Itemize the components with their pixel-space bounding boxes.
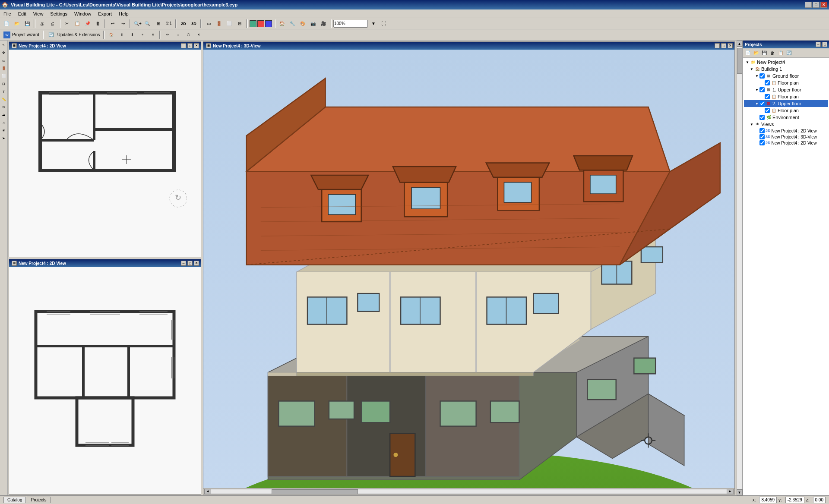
updates-label[interactable]: Updates & Extensions xyxy=(57,32,100,37)
window-tool[interactable]: ⬜ xyxy=(0,72,7,79)
undo-button[interactable]: ↩ xyxy=(108,19,117,28)
tree-item-upperfloor1[interactable]: ▼ ⊞ 1. Upper floor xyxy=(744,86,828,93)
projects-tab[interactable]: Projects xyxy=(27,497,50,503)
window-button[interactable]: ⬜ xyxy=(225,19,234,28)
floor-btn-1[interactable]: 🏠 xyxy=(107,30,116,40)
new-button[interactable]: 📄 xyxy=(2,19,11,28)
tree-item-views[interactable]: ▼ 👁 Views xyxy=(744,121,828,128)
tree-check-uf1[interactable] xyxy=(759,87,765,92)
material1-button[interactable]: 🏠 xyxy=(277,19,287,28)
tree-check-env[interactable] xyxy=(759,115,765,120)
tree-item-groundfloor[interactable]: ▼ ⊞ Ground floor xyxy=(744,72,828,79)
project-delete-button[interactable]: 🗑 xyxy=(769,49,776,57)
project-new-button[interactable]: 📄 xyxy=(744,49,752,57)
tree-item-uf1-plan[interactable]: ▶ 📋 Floor plan xyxy=(744,93,828,100)
paste-button[interactable]: 📌 xyxy=(83,19,92,28)
floor-btn-4[interactable]: + xyxy=(138,30,147,40)
floorplan-upper[interactable]: ↻ xyxy=(9,50,201,257)
menu-file[interactable]: File xyxy=(2,10,13,17)
panel-2-close-button[interactable]: ✕ xyxy=(194,261,199,266)
stair-button[interactable]: ⊟ xyxy=(235,19,244,28)
panel-2d-upper-content[interactable]: ↻ xyxy=(9,50,201,257)
tree-item-view3d-1[interactable]: ▶ 3D New Project4 : 3D-View xyxy=(744,134,828,140)
terrain-tool[interactable]: ⛰ xyxy=(0,111,7,118)
tree-item-view2d-1[interactable]: ▶ 2D New Project4 : 2D View xyxy=(744,128,828,134)
text-tool[interactable]: T xyxy=(0,88,7,95)
menu-edit[interactable]: Edit xyxy=(16,10,28,17)
cut-button[interactable]: ✂ xyxy=(62,19,72,28)
wall-button[interactable]: ▭ xyxy=(204,19,213,28)
tree-check-uf2-plan[interactable] xyxy=(765,108,770,113)
render-tool[interactable]: ☀ xyxy=(0,127,7,134)
delete-button[interactable]: 🗑 xyxy=(93,19,103,28)
panel-close-button[interactable]: ✕ xyxy=(194,43,199,48)
minimize-button[interactable]: ─ xyxy=(805,2,812,8)
tree-expand-uf2[interactable]: ▼ xyxy=(754,101,759,106)
menu-view[interactable]: View xyxy=(32,10,45,17)
view2d-button[interactable]: 2D xyxy=(179,19,188,28)
zoom-dropdown-button[interactable]: ▼ xyxy=(369,19,378,28)
v-scrollbar-thumb[interactable] xyxy=(737,48,742,74)
floor-btn-2[interactable]: ⬆ xyxy=(117,30,127,40)
tree-expand-project[interactable]: ▼ xyxy=(745,60,750,65)
fullscreen-button[interactable]: ⛶ xyxy=(379,19,389,28)
draw-btn-1[interactable]: ✏ xyxy=(163,30,172,40)
panel-3d-minimize-button[interactable]: ─ xyxy=(715,43,720,48)
panel-2d-lower-controls[interactable]: ─ □ ✕ xyxy=(180,261,199,266)
3d-h-scrollbar[interactable]: ◄ ► xyxy=(203,488,734,494)
tree-check-groundfloor[interactable] xyxy=(759,73,765,79)
panel-2-minimize-button[interactable]: ─ xyxy=(181,261,186,266)
catalog-tab[interactable]: Catalog xyxy=(3,497,26,503)
panel-3d-controls[interactable]: ─ □ ✕ xyxy=(714,43,733,48)
scroll-left-button[interactable]: ◄ xyxy=(204,489,211,494)
floorplan-lower[interactable] xyxy=(9,267,201,494)
zoom-out-button[interactable]: 🔍- xyxy=(143,19,153,28)
menu-window[interactable]: Window xyxy=(73,10,93,17)
project-open-button[interactable]: 📂 xyxy=(752,49,760,57)
right-scrollbar[interactable]: ▲ ▼ xyxy=(736,41,743,495)
rotate-tool[interactable]: ↻ xyxy=(0,104,7,110)
v-scrollbar-track[interactable] xyxy=(737,47,743,489)
panel-3d-maximize-button[interactable]: □ xyxy=(721,43,726,48)
scrollbar-track[interactable] xyxy=(211,489,727,494)
projects-maximize-button[interactable]: □ xyxy=(822,42,827,47)
door-button[interactable]: 🚪 xyxy=(214,19,224,28)
title-bar-controls[interactable]: ─ □ ✕ xyxy=(805,2,827,8)
zoom-input[interactable] xyxy=(333,20,368,28)
menu-help[interactable]: Help xyxy=(117,10,130,17)
camera-button[interactable]: 📷 xyxy=(308,19,318,28)
maximize-button[interactable]: □ xyxy=(813,2,820,8)
print-button[interactable]: 🖨 xyxy=(37,19,47,28)
scrollbar-thumb[interactable] xyxy=(272,489,358,495)
panel-2d-lower-content[interactable] xyxy=(9,267,201,494)
panel-3d-close-button[interactable]: ✕ xyxy=(728,43,733,48)
tree-item-uf2-plan[interactable]: ▶ 📋 Floor plan xyxy=(744,107,828,114)
material2-button[interactable]: 🔧 xyxy=(288,19,297,28)
print2-button[interactable]: 🖨 xyxy=(47,19,57,28)
copy-button[interactable]: 📋 xyxy=(73,19,82,28)
draw-btn-2[interactable]: ⬦ xyxy=(173,30,183,40)
project-wizard-label[interactable]: Project wizard xyxy=(12,32,39,37)
draw-btn-3[interactable]: ⬡ xyxy=(184,30,193,40)
panel-minimize-button[interactable]: ─ xyxy=(181,43,186,48)
zoom-100-button[interactable]: 1:1 xyxy=(164,19,174,28)
tree-expand-groundfloor[interactable]: ▼ xyxy=(754,73,759,79)
tree-check-v3d1[interactable] xyxy=(759,134,765,139)
save-button[interactable]: 💾 xyxy=(22,19,32,28)
tree-item-building1[interactable]: ▼ 🏠 Building 1 xyxy=(744,66,828,72)
tree-item-groundfloor-plan[interactable]: ▶ 📋 Floor plan xyxy=(744,79,828,86)
tree-item-environment[interactable]: ▶ 🌿 Environment xyxy=(744,114,828,121)
tree-check-uf2[interactable] xyxy=(759,101,765,106)
scroll-right-button[interactable]: ► xyxy=(727,489,734,494)
floor-btn-5[interactable]: ✕ xyxy=(148,30,158,40)
project-copy-button[interactable]: 📋 xyxy=(777,49,785,57)
scroll-up-button[interactable]: ▲ xyxy=(737,41,743,47)
panel-2d-upper-controls[interactable]: ─ □ ✕ xyxy=(180,43,199,48)
tree-check-uf1-plan[interactable] xyxy=(765,94,770,99)
close-button[interactable]: ✕ xyxy=(820,2,827,8)
color3-button[interactable] xyxy=(265,20,272,27)
measure-tool[interactable]: 📏 xyxy=(0,96,7,103)
menu-export[interactable]: Export xyxy=(96,10,114,17)
tree-item-view2d-2[interactable]: ▶ 2D New Project4 : 2D View xyxy=(744,140,828,146)
wall-tool[interactable]: ▭ xyxy=(0,57,7,64)
